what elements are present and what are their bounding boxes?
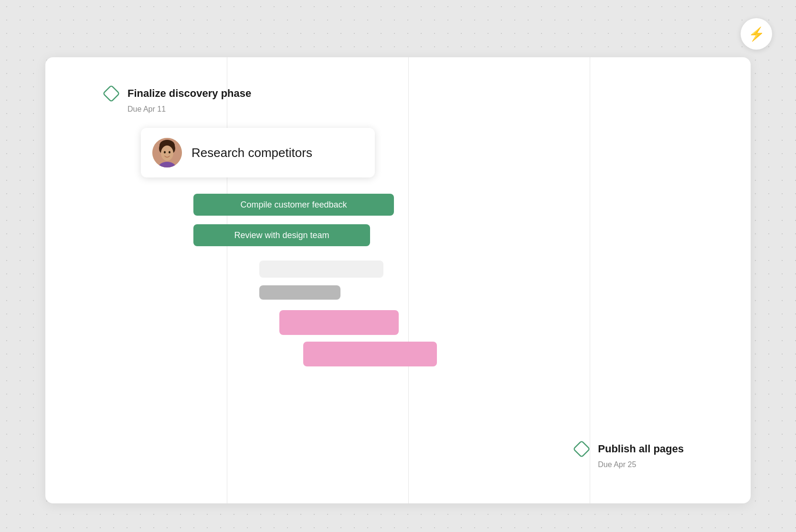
task-research-title: Research competitors: [191, 146, 312, 160]
milestone-finalize-due: Due Apr 11: [127, 105, 251, 114]
svg-point-7: [169, 151, 170, 154]
lightning-icon: ⚡: [748, 26, 765, 42]
avatar: [152, 138, 182, 167]
svg-point-6: [164, 151, 166, 154]
milestone-publish-due: Due Apr 25: [598, 460, 684, 469]
task-bar-review[interactable]: Review with design team: [193, 224, 370, 246]
svg-rect-9: [573, 441, 590, 457]
milestone-finalize: Finalize discovery phase Due Apr 11: [103, 85, 251, 114]
task-compile-label: Compile customer feedback: [233, 200, 354, 210]
task-card-research[interactable]: Research competitors: [141, 128, 375, 177]
placeholder-bar-pink-2: [303, 342, 437, 366]
milestone-publish-title: Publish all pages: [598, 443, 684, 455]
placeholder-bar-1: [259, 261, 383, 278]
milestone-publish-icon: [573, 440, 590, 458]
milestone-finalize-title: Finalize discovery phase: [127, 87, 251, 100]
svg-rect-0: [103, 85, 119, 102]
grid-line-2: [408, 57, 409, 503]
grid-line-1: [227, 57, 227, 503]
svg-point-5: [161, 146, 173, 161]
placeholder-bar-2: [259, 285, 340, 300]
milestone-finalize-icon: [103, 85, 120, 102]
task-bar-compile[interactable]: Compile customer feedback: [193, 194, 394, 216]
grid-line-3: [590, 57, 590, 503]
gantt-card: Finalize discovery phase Due Apr 11: [45, 57, 751, 503]
quick-actions-button[interactable]: ⚡: [741, 18, 772, 50]
milestone-publish: Publish all pages Due Apr 25: [573, 440, 684, 469]
task-review-label: Review with design team: [226, 230, 337, 240]
placeholder-bar-pink-1: [279, 310, 399, 335]
